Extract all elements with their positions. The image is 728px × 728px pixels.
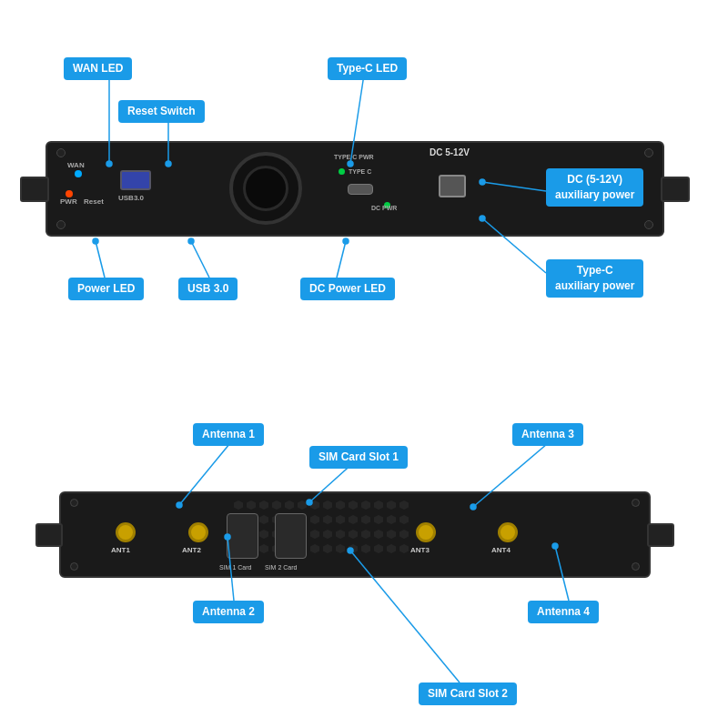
device-bottom-panel: ANT1 ANT2 ANT3 ANT4 SIM 1 Card SIM 2 Car… [59,491,651,578]
wan-device-label: WAN [67,161,85,169]
typec-pwr-device-label: TYPE C PWR [334,154,374,160]
usb-device-label: USB3.0 [118,194,144,202]
typec-led-dot [339,168,345,175]
dc-aux-power-label: DC (5-12V)auxiliary power [546,168,643,207]
sim2-device-label: SIM 2 Card [265,564,297,571]
usb-port [120,170,151,190]
antenna4-label: Antenna 4 [528,601,599,623]
ant2-label: ANT2 [182,546,201,554]
antenna-connector-2 [188,522,208,542]
cooling-fan [229,152,302,225]
antenna-connector-3 [416,522,436,542]
wan-led-label: WAN LED [64,57,132,80]
pwr-device-label: PWR [60,197,77,206]
dc-power-led-label: DC Power LED [300,278,395,300]
sim-slot2-label: SIM Card Slot 2 [419,682,517,705]
screw-bl [56,220,66,229]
dc-pwr-device-label: DC PWR [371,205,397,211]
screw-tl [56,148,66,157]
dc-connector [439,175,466,197]
power-led-dot [66,190,73,197]
typec-led-label: Type-C LED [328,57,407,80]
screw-br [644,220,653,229]
reset-switch-label: Reset Switch [118,100,205,123]
screw-b-br [632,562,640,571]
screw-b-bl [70,562,78,571]
screw-b-tl [70,499,78,507]
typec-device-label: TYPE C [349,168,371,175]
antenna-connector-1 [116,522,136,542]
power-led-label: Power LED [68,278,144,300]
screw-tr [644,148,653,157]
antenna-connector-4 [498,522,518,542]
ant4-label: ANT4 [491,546,511,554]
sim-slot-2-connector [275,513,307,559]
screw-b-tr [632,499,640,507]
antenna1-label: Antenna 1 [193,423,264,446]
sim-slot1-label: SIM Card Slot 1 [309,446,408,469]
usb30-label: USB 3.0 [178,278,238,300]
sim-slot-1-connector [227,513,258,559]
svg-line-7 [191,241,209,278]
ant3-label: ANT3 [410,546,430,554]
wan-led-dot [75,170,82,177]
svg-line-8 [337,241,346,278]
ant1-label: ANT1 [111,546,130,554]
antenna3-label: Antenna 3 [512,423,583,446]
connector-lines [0,0,728,728]
antenna2-label: Antenna 2 [193,601,264,623]
diagram-container: WAN PWR Reset USB3.0 TYPE C PWR TYPE C D… [0,0,728,728]
dc-voltage-label: DC 5-12V [430,147,470,157]
svg-line-6 [96,241,105,278]
typec-port [348,184,373,195]
typec-aux-power-label: Type-Cauxiliary power [546,259,643,298]
sim1-device-label: SIM 1 Card [219,564,251,571]
vent-honeycomb [234,500,402,571]
reset-device-label: Reset [84,197,104,206]
